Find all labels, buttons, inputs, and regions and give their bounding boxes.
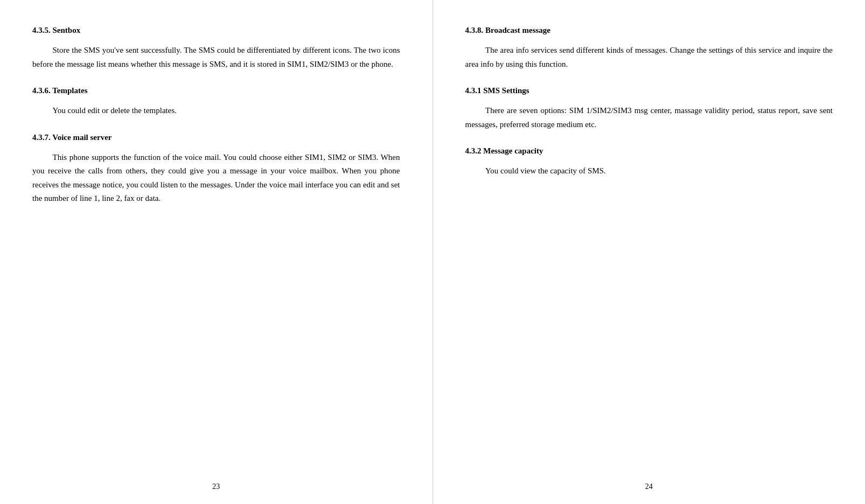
section-4-3-5-title: Sentbox xyxy=(53,26,81,34)
section-4-3-2-num: 4.3.2 xyxy=(465,146,482,155)
section-4-3-2-heading: 4.3.2 Message capacity xyxy=(465,146,833,156)
section-4-3-2-title: Message capacity xyxy=(483,146,543,155)
section-4-3-8-body: The area info services send different ki… xyxy=(465,44,833,71)
section-4-3-8-text: The area info services send different ki… xyxy=(465,44,833,71)
section-4-3-1-num: 4.3.1 xyxy=(465,86,482,95)
section-4-3-7-body: This phone supports the function of the … xyxy=(32,151,400,206)
section-4-3-8-title: Broadcast message xyxy=(485,26,550,34)
section-4-3-6-text: You could edit or delete the templates. xyxy=(32,104,400,118)
section-4-3-6-heading: 4.3.6. Templates xyxy=(32,86,400,95)
section-4-3-8-heading: 4.3.8. Broadcast message xyxy=(465,26,833,35)
section-4-3-1-text: There are seven options: SIM 1/SIM2/SIM3… xyxy=(465,104,833,131)
section-4-3-2-body: You could view the capacity of SMS. xyxy=(465,164,833,178)
section-4-3-8: 4.3.8. Broadcast message The area info s… xyxy=(465,26,833,71)
section-4-3-1-body: There are seven options: SIM 1/SIM2/SIM3… xyxy=(465,104,833,131)
section-4-3-5-heading: 4.3.5. Sentbox xyxy=(32,26,400,35)
left-page-number: 23 xyxy=(212,482,220,491)
section-4-3-7-heading: 4.3.7. Voice mail server xyxy=(32,133,400,142)
section-4-3-6: 4.3.6. Templates You could edit or delet… xyxy=(32,86,400,118)
section-4-3-5-body: Store the SMS you've sent successfully. … xyxy=(32,44,400,71)
section-4-3-6-title: Templates xyxy=(52,86,87,95)
section-4-3-8-num: 4.3.8. xyxy=(465,26,484,34)
section-4-3-7-text: This phone supports the function of the … xyxy=(32,151,400,206)
section-4-3-6-num: 4.3.6. xyxy=(32,86,51,95)
right-page-number: 24 xyxy=(645,482,653,491)
section-4-3-5-num: 4.3.5. xyxy=(32,26,51,34)
section-4-3-5-text: Store the SMS you've sent successfully. … xyxy=(32,44,400,71)
section-4-3-7-title: Voice mail server xyxy=(52,133,111,142)
section-4-3-2-text: You could view the capacity of SMS. xyxy=(465,164,833,178)
left-page: 4.3.5. Sentbox Store the SMS you've sent… xyxy=(0,0,433,504)
section-4-3-1: 4.3.1 SMS Settings There are seven optio… xyxy=(465,86,833,131)
section-4-3-1-title: SMS Settings xyxy=(483,86,529,95)
section-4-3-1-heading: 4.3.1 SMS Settings xyxy=(465,86,833,95)
right-page: 4.3.8. Broadcast message The area info s… xyxy=(433,0,866,504)
section-4-3-5: 4.3.5. Sentbox Store the SMS you've sent… xyxy=(32,26,400,71)
section-4-3-2: 4.3.2 Message capacity You could view th… xyxy=(465,146,833,178)
section-4-3-7: 4.3.7. Voice mail server This phone supp… xyxy=(32,133,400,206)
section-4-3-6-body: You could edit or delete the templates. xyxy=(32,104,400,118)
section-4-3-7-num: 4.3.7. xyxy=(32,133,51,142)
